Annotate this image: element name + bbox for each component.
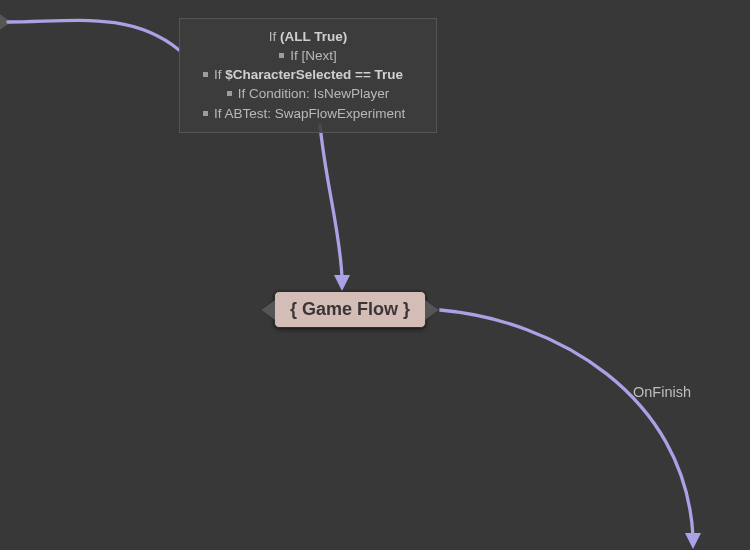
wire-flow-to-onfinish	[440, 310, 693, 536]
bullet-icon	[279, 53, 284, 58]
condition-line: If ABTest: SwapFlowExperiment	[193, 104, 423, 123]
condition-node[interactable]: If (ALL True) If [Next] If $CharacterSel…	[179, 18, 437, 133]
condition-text: If Condition: IsNewPlayer	[238, 86, 390, 101]
all-true-label: (ALL True)	[280, 29, 347, 44]
flow-node-label: { Game Flow }	[290, 299, 410, 320]
game-flow-node[interactable]: { Game Flow }	[274, 291, 426, 328]
if-label: If	[269, 29, 280, 44]
wire-incoming-top	[8, 20, 179, 50]
condition-text: If [Next]	[290, 48, 337, 63]
offscreen-out-port[interactable]	[0, 12, 11, 32]
bullet-icon	[203, 111, 208, 116]
onfinish-label: OnFinish	[633, 384, 691, 400]
arrowhead-onfinish	[685, 533, 701, 549]
bullet-icon	[203, 72, 208, 77]
condition-prefix: If	[214, 67, 225, 82]
graph-canvas[interactable]: If (ALL True) If [Next] If $CharacterSel…	[0, 0, 750, 550]
condition-line: If $CharacterSelected == True	[193, 65, 423, 84]
condition-bold: $CharacterSelected == True	[225, 67, 403, 82]
condition-header: If (ALL True)	[193, 27, 423, 46]
arrowhead-into-flow	[334, 275, 350, 291]
condition-line: If Condition: IsNewPlayer	[193, 84, 423, 103]
wire-cond-to-flow	[320, 125, 342, 278]
bullet-icon	[227, 91, 232, 96]
condition-text: If ABTest: SwapFlowExperiment	[214, 106, 405, 121]
flow-out-port[interactable]	[425, 300, 439, 320]
flow-in-port[interactable]	[261, 300, 275, 320]
condition-line: If [Next]	[193, 46, 423, 65]
